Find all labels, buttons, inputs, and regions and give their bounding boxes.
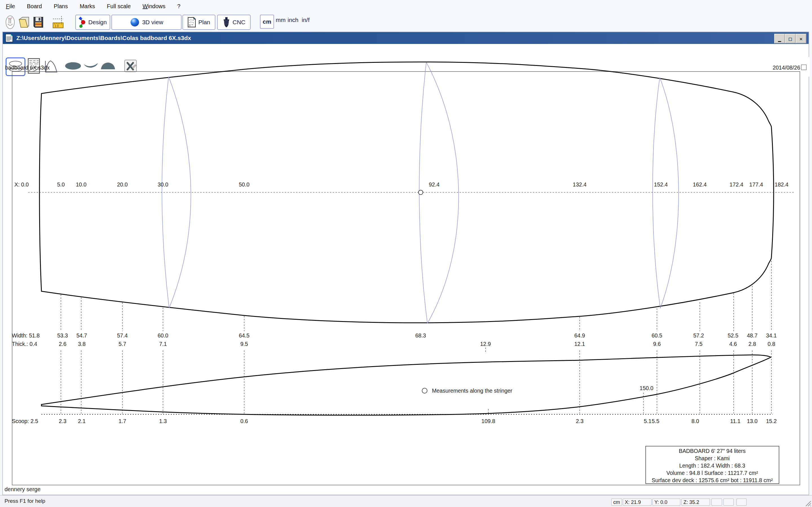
menu-windows[interactable]: Windows bbox=[137, 3, 171, 10]
filled-outline-view-button[interactable] bbox=[64, 57, 82, 74]
window-titlebar[interactable]: Z:\Users\dennery\Documents\Boards\Colas … bbox=[3, 32, 809, 44]
view-toolbar bbox=[4, 57, 810, 76]
document-window: Z:\Users\dennery\Documents\Boards\Colas … bbox=[2, 32, 809, 495]
unit-inch[interactable]: inch bbox=[288, 17, 299, 23]
status-unit: cm bbox=[611, 499, 622, 506]
maximize-button[interactable]: □ bbox=[785, 34, 796, 43]
document-icon bbox=[5, 34, 13, 43]
filled-outline-icon bbox=[64, 60, 82, 71]
status-empty-box-3 bbox=[737, 499, 747, 506]
save-icon[interactable] bbox=[32, 15, 45, 30]
status-x-coordinate: X: 21.9 bbox=[623, 499, 652, 506]
unit-inf[interactable]: in/f bbox=[302, 17, 310, 23]
unit-cm[interactable]: cm bbox=[260, 15, 274, 29]
window-client-area bbox=[3, 44, 809, 495]
3d-view-button-label: 3D view bbox=[142, 19, 163, 25]
section-icon bbox=[100, 60, 116, 71]
rocker-icon bbox=[83, 60, 98, 71]
curve-view-button[interactable] bbox=[44, 57, 59, 74]
minimize-button[interactable]: ▁ bbox=[774, 34, 785, 43]
menu-plans[interactable]: Plans bbox=[48, 3, 74, 10]
status-z-coordinate: Z: 35.2 bbox=[681, 499, 710, 506]
outline-plan-view-icon bbox=[8, 60, 23, 73]
author-name: dennery serge bbox=[4, 486, 41, 493]
close-button[interactable]: ✕ bbox=[796, 34, 806, 43]
measure-icon[interactable]: 1 0 bbox=[52, 15, 65, 30]
status-bar: Press F1 for help cm X: 21.9 Y: 0.0 Z: 3… bbox=[0, 495, 812, 507]
plan-button[interactable]: Plan bbox=[183, 15, 215, 30]
menu-marks[interactable]: Marks bbox=[74, 3, 101, 10]
svg-text:1 0: 1 0 bbox=[55, 24, 59, 27]
cnc-button[interactable]: CNC bbox=[217, 15, 251, 30]
pointer-tool-icon[interactable] bbox=[4, 15, 17, 30]
status-help-text: Press F1 for help bbox=[4, 498, 45, 504]
status-empty-box-2 bbox=[723, 499, 733, 506]
menu-full-scale[interactable]: Full scale bbox=[101, 3, 137, 10]
export-excel-button[interactable] bbox=[123, 57, 138, 74]
rocker-view-button[interactable] bbox=[83, 57, 99, 74]
design-button[interactable]: Design bbox=[75, 15, 110, 30]
design-button-label: Design bbox=[88, 19, 107, 25]
section-view-button[interactable] bbox=[100, 57, 116, 74]
design-icon bbox=[79, 17, 86, 28]
status-y-coordinate: Y: 0.0 bbox=[652, 499, 680, 506]
plan-button-label: Plan bbox=[198, 19, 210, 25]
unit-mm[interactable]: mm bbox=[276, 17, 286, 23]
cnc-button-label: CNC bbox=[233, 19, 246, 25]
menu-file[interactable]: File bbox=[0, 3, 21, 10]
3d-view-button[interactable]: 3D view bbox=[111, 15, 182, 30]
menu-board[interactable]: Board bbox=[21, 3, 48, 10]
spec-sheet-view-button[interactable] bbox=[27, 57, 41, 74]
spec-sheet-icon bbox=[28, 58, 40, 74]
outline-plan-view-button[interactable] bbox=[6, 57, 26, 76]
window-title: Z:\Users\dennery\Documents\Boards\Colas … bbox=[16, 35, 191, 41]
open-file-icon[interactable] bbox=[17, 15, 31, 30]
resize-grip[interactable] bbox=[805, 500, 811, 507]
plan-icon bbox=[188, 17, 196, 27]
3d-sphere-icon bbox=[130, 17, 140, 27]
menu-bar: File Board Plans Marks Full scale Window… bbox=[0, 0, 812, 13]
menu-help[interactable]: ? bbox=[171, 3, 186, 10]
main-toolbar: 1 0 Design 3D view Plan bbox=[0, 13, 812, 32]
cnc-bit-icon bbox=[222, 17, 231, 28]
status-empty-box-1 bbox=[711, 499, 722, 506]
excel-icon bbox=[124, 59, 137, 73]
curve-icon bbox=[44, 59, 58, 73]
